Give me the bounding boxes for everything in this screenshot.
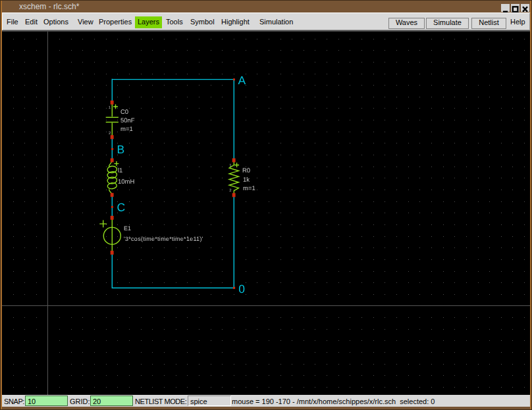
svg-text:1k: 1k <box>243 176 250 184</box>
svg-text:l1: l1 <box>118 167 122 174</box>
svg-text:A: A <box>238 74 246 87</box>
svg-text:R0: R0 <box>242 167 250 174</box>
svg-text:0: 0 <box>238 282 245 295</box>
svg-text:50nF: 50nF <box>120 117 135 124</box>
svg-text:B: B <box>117 143 125 156</box>
svg-text:C: C <box>117 201 126 214</box>
svg-text:10mH: 10mH <box>118 178 134 186</box>
svg-text:'3*cos(time*time*time*1e11)': '3*cos(time*time*time*1e11)' <box>124 236 203 242</box>
svg-text:m=1: m=1 <box>243 185 255 192</box>
svg-text:E1: E1 <box>124 225 131 232</box>
svg-text:C0: C0 <box>120 109 128 116</box>
svg-text:m=1: m=1 <box>120 126 133 133</box>
